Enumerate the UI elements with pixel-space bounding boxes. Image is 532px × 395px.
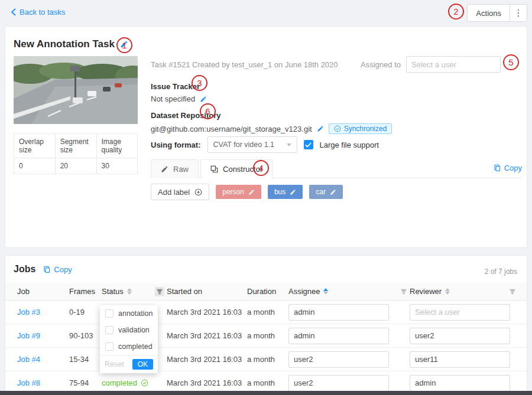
- actions-button[interactable]: Actions ⋮: [467, 4, 527, 22]
- chevron-left-icon: [11, 8, 16, 16]
- job-link[interactable]: Job #4: [17, 355, 69, 364]
- col-assignee: Assignee: [288, 287, 320, 296]
- label-chip-car-name: car: [316, 188, 326, 196]
- param-header-overlap: Overlap size: [14, 134, 56, 158]
- copy-jobs-button[interactable]: Copy: [43, 265, 72, 274]
- label-chip-car[interactable]: car: [309, 185, 343, 199]
- frames-cell: 15-34: [69, 355, 102, 364]
- task-meta: Task #1521 Created by test_user_1 on Jun…: [151, 60, 338, 69]
- duration-cell: a month: [247, 331, 288, 340]
- status-cell: completed: [102, 378, 167, 387]
- edit-label-icon[interactable]: [290, 189, 296, 195]
- dataset-repository-section: Dataset Repository git@github.com:userna…: [151, 111, 392, 134]
- filter-reset-button[interactable]: Reset: [105, 360, 124, 368]
- assignee-input[interactable]: [288, 304, 389, 321]
- reviewer-input[interactable]: [410, 328, 510, 344]
- filter-ok-button[interactable]: OK: [132, 359, 153, 370]
- duration-cell: a month: [247, 308, 288, 316]
- actions-label: Actions: [468, 9, 510, 18]
- reviewer-input[interactable]: [410, 375, 510, 391]
- col-started: Started on: [167, 287, 202, 296]
- tab-raw-label: Raw: [173, 165, 189, 174]
- assigned-to-field: Assigned to: [361, 56, 501, 73]
- page: Back to tasks Actions ⋮ New Annotation T…: [0, 0, 532, 395]
- assignee-input[interactable]: [288, 351, 389, 368]
- status-sorter[interactable]: [127, 288, 132, 295]
- copy-icon: [494, 164, 501, 172]
- started-cell: March 3rd 2021 16:03: [167, 378, 247, 387]
- labels-row: Add label person bus car: [151, 184, 343, 200]
- annotation-circle-4: 4: [253, 160, 269, 176]
- col-frames: Frames: [69, 287, 95, 296]
- param-value-quality: 30: [96, 158, 137, 174]
- format-select-value: CVAT for video 1.1: [213, 141, 275, 149]
- assignee-input[interactable]: [288, 375, 389, 391]
- edit-issue-tracker-icon[interactable]: [200, 96, 207, 103]
- back-to-tasks-link[interactable]: Back to tasks: [11, 8, 65, 17]
- label-chip-person-name: person: [222, 188, 244, 196]
- reviewer-filter-icon[interactable]: [509, 288, 516, 295]
- block-icon: [210, 165, 218, 173]
- edit-label-icon[interactable]: [248, 189, 255, 195]
- jobs-table: Job Frames Status Started on Duration As…: [5, 283, 527, 395]
- copy-labels-button[interactable]: Copy: [494, 164, 522, 172]
- reviewer-input[interactable]: [410, 304, 510, 321]
- check-icon: [305, 142, 312, 148]
- task-details-card: New Annotation Task: [5, 26, 527, 248]
- job-link[interactable]: Job #8: [17, 378, 69, 387]
- duration-cell: a month: [247, 378, 288, 387]
- task-title-row: New Annotation Task: [14, 38, 128, 50]
- param-value-segment: 20: [55, 158, 96, 174]
- filter-footer: Reset OK: [100, 355, 158, 373]
- frames-cell: 75-94: [69, 378, 102, 387]
- filter-option-label: validation: [118, 326, 150, 334]
- annotation-circle-3: 3: [192, 75, 207, 91]
- checkbox[interactable]: [105, 326, 113, 334]
- add-label-button[interactable]: Add label: [151, 184, 209, 200]
- checkbox[interactable]: [105, 342, 113, 351]
- table-row: Job #9 90-103 March 3rd 2021 16:03 a mon…: [5, 324, 527, 348]
- edit-label-icon[interactable]: [330, 189, 336, 195]
- assignee-sorter[interactable]: [323, 288, 328, 295]
- jobs-count: 2 of 7 jobs: [485, 267, 517, 276]
- label-chip-person[interactable]: person: [216, 185, 261, 199]
- param-value-overlap: 0: [14, 158, 56, 174]
- more-vertical-icon[interactable]: ⋮: [510, 8, 527, 18]
- job-link[interactable]: Job #9: [17, 331, 69, 340]
- dataset-repository-label: Dataset Repository: [151, 111, 392, 120]
- status-completed-label: completed: [102, 378, 137, 387]
- col-duration: Duration: [247, 287, 276, 296]
- sync-status-label: Synchronized: [344, 125, 387, 133]
- annotation-circle-2: 2: [448, 4, 464, 19]
- col-status: Status: [102, 287, 124, 296]
- job-link[interactable]: Job #3: [17, 308, 69, 316]
- chevron-down-icon: [287, 143, 291, 146]
- checkbox[interactable]: [105, 309, 113, 318]
- frames-cell: 0-19: [69, 308, 102, 316]
- filter-option-annotation[interactable]: annotation: [100, 305, 158, 322]
- using-format-label: Using format:: [151, 141, 201, 149]
- large-file-support-checkbox[interactable]: [304, 140, 313, 149]
- assignee-filter-icon[interactable]: [400, 288, 407, 295]
- assignee-select[interactable]: [406, 56, 501, 73]
- edit-repository-icon[interactable]: [317, 125, 324, 132]
- filter-option-completed[interactable]: completed: [100, 338, 158, 355]
- label-chip-bus-name: bus: [274, 188, 286, 196]
- jobs-card: Jobs Copy 2 of 7 jobs Job Frames Status …: [5, 255, 527, 395]
- annotation-circle-6: 6: [200, 103, 216, 119]
- status-filter-icon[interactable]: [155, 287, 164, 296]
- reviewer-sorter[interactable]: [445, 288, 450, 295]
- back-to-tasks-label: Back to tasks: [20, 8, 65, 17]
- task-preview-image: [14, 56, 138, 124]
- sync-status-badge[interactable]: Synchronized: [329, 123, 392, 134]
- started-cell: March 3rd 2021 16:03: [167, 355, 247, 364]
- reviewer-input[interactable]: [410, 351, 510, 368]
- format-select[interactable]: CVAT for video 1.1: [207, 136, 297, 153]
- tab-raw[interactable]: Raw: [151, 159, 199, 178]
- plus-circle-icon: [194, 188, 202, 196]
- label-chip-bus[interactable]: bus: [268, 185, 303, 199]
- started-cell: March 3rd 2021 16:03: [167, 331, 247, 340]
- assignee-input[interactable]: [288, 328, 389, 344]
- filter-option-validation[interactable]: validation: [100, 322, 158, 338]
- check-circle-icon: [334, 125, 341, 132]
